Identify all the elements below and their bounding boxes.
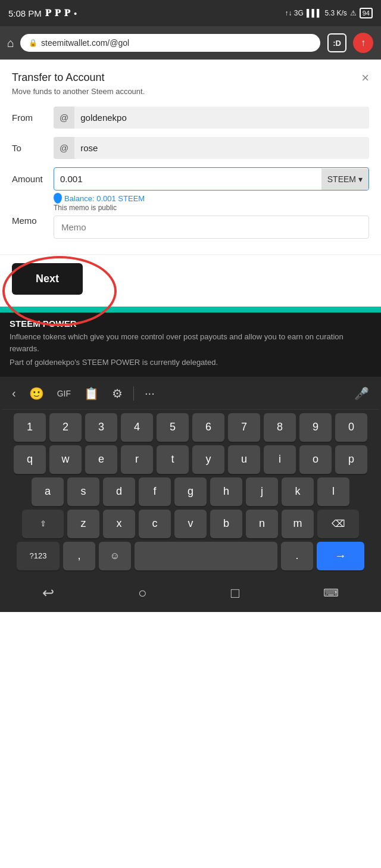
currency-label: STEEM	[327, 174, 356, 184]
key-g[interactable]: g	[174, 477, 207, 506]
key-b[interactable]: b	[210, 510, 242, 538]
recents-nav-button[interactable]: □	[219, 581, 252, 605]
from-input[interactable]	[74, 107, 369, 129]
from-input-wrapper: @	[54, 107, 369, 129]
carrier-icon-1: 𝐏	[45, 8, 51, 18]
key-t[interactable]: t	[157, 445, 189, 474]
mic-button[interactable]: 🎤	[349, 384, 374, 403]
back-nav-button[interactable]: ↩	[30, 581, 66, 605]
key-6[interactable]: 6	[192, 413, 224, 442]
modal-title: Transfer to Account	[12, 71, 104, 84]
key-8[interactable]: 8	[264, 413, 296, 442]
key-x[interactable]: x	[103, 510, 135, 538]
network-icon: ↑↓ 3G	[285, 9, 304, 17]
key-r[interactable]: r	[121, 445, 153, 474]
balance-text: Balance: 0.001 STEEM	[64, 194, 145, 203]
chevron-down-icon: ▾	[358, 174, 363, 184]
key-3[interactable]: 3	[85, 413, 117, 442]
next-button[interactable]: Next	[12, 263, 83, 295]
upload-icon: ↑	[353, 33, 373, 53]
key-k[interactable]: k	[282, 477, 314, 506]
gif-button[interactable]: GIF	[52, 386, 76, 401]
clipboard-button[interactable]: 📋	[79, 384, 104, 403]
home-button[interactable]: ⌂	[7, 36, 14, 50]
memo-field-wrap	[54, 216, 369, 239]
key-j[interactable]: j	[246, 477, 278, 506]
keyboard: ‹ 🙂 GIF 📋 ⚙ ··· 🎤 1 2 3 4 5 6 7 8 9 0 q …	[0, 377, 381, 576]
settings-button[interactable]: ⚙	[107, 384, 127, 403]
key-m[interactable]: m	[282, 510, 314, 538]
d-button[interactable]: :D	[326, 32, 348, 54]
shift-key[interactable]: ⇧	[22, 510, 64, 538]
key-5[interactable]: 5	[157, 413, 189, 442]
key-q[interactable]: q	[14, 445, 46, 474]
key-c[interactable]: c	[139, 510, 171, 538]
key-i[interactable]: i	[264, 445, 296, 474]
space-key[interactable]	[135, 542, 277, 570]
key-a[interactable]: a	[32, 477, 64, 506]
d-icon: :D	[327, 33, 346, 52]
signal-bars: ▌▌▌	[307, 9, 322, 17]
key-n[interactable]: n	[246, 510, 278, 538]
modal-content: Transfer to Account × Move funds to anot…	[0, 60, 381, 255]
dark-section-description: Influence tokens which give you more con…	[10, 331, 371, 354]
to-input[interactable]	[74, 137, 369, 159]
enter-key[interactable]: →	[317, 542, 364, 570]
time: 5:08 PM	[8, 8, 42, 18]
key-u[interactable]: u	[228, 445, 260, 474]
number-row: 1 2 3 4 5 6 7 8 9 0	[2, 413, 379, 442]
url-bar[interactable]: 🔒 steemitwallet.com/@gol	[20, 34, 320, 52]
browser-actions: :D ↑	[326, 32, 374, 54]
keyboard-toolbar: ‹ 🙂 GIF 📋 ⚙ ··· 🎤	[2, 382, 379, 410]
key-1[interactable]: 1	[14, 413, 46, 442]
key-d[interactable]: d	[103, 477, 135, 506]
comma-key[interactable]: ,	[63, 542, 95, 570]
balance-display: Balance: 0.001 STEEM	[54, 193, 369, 204]
amount-row: Amount STEEM ▾	[12, 167, 369, 191]
teal-bar	[0, 307, 381, 313]
emoji-key[interactable]: ☺	[99, 542, 131, 570]
key-o[interactable]: o	[299, 445, 332, 474]
key-2[interactable]: 2	[49, 413, 82, 442]
delete-key[interactable]: ⌫	[317, 510, 359, 538]
key-w[interactable]: w	[49, 445, 82, 474]
battery-level: 94	[360, 8, 373, 18]
key-e[interactable]: e	[85, 445, 117, 474]
key-p[interactable]: p	[335, 445, 367, 474]
key-4[interactable]: 4	[121, 413, 153, 442]
to-row: To @	[12, 137, 369, 159]
modal-subtitle: Move funds to another Steem account.	[12, 87, 369, 96]
more-button[interactable]: ···	[140, 384, 160, 402]
back-button[interactable]: ‹	[7, 384, 21, 402]
upload-button[interactable]: ↑	[352, 32, 374, 54]
period-key[interactable]: .	[281, 542, 313, 570]
from-at-icon: @	[54, 107, 74, 129]
key-7[interactable]: 7	[228, 413, 260, 442]
emoji-sticker-button[interactable]: 🙂	[24, 384, 49, 403]
key-l[interactable]: l	[317, 477, 349, 506]
key-z[interactable]: z	[67, 510, 99, 538]
bottom-row: ?123 , ☺ . →	[2, 542, 379, 570]
key-0[interactable]: 0	[335, 413, 367, 442]
home-nav-button[interactable]: ○	[126, 581, 159, 605]
key-v[interactable]: v	[174, 510, 207, 538]
symbol-key[interactable]: ?123	[17, 542, 60, 570]
key-h[interactable]: h	[210, 477, 242, 506]
key-9[interactable]: 9	[299, 413, 332, 442]
browser-bar: ⌂ 🔒 steemitwallet.com/@gol :D ↑	[0, 26, 381, 60]
memo-input[interactable]	[54, 216, 369, 239]
dark-section: STEEM POWER Influence tokens which give …	[0, 313, 381, 377]
close-button[interactable]: ×	[361, 71, 369, 85]
status-left: 5:08 PM 𝐏 𝐏 𝐏 •	[8, 8, 77, 18]
to-at-icon: @	[54, 137, 74, 159]
carrier-icon-3: 𝐏	[64, 8, 70, 18]
key-y[interactable]: y	[192, 445, 224, 474]
zxcv-row: ⇧ z x c v b n m ⌫	[2, 510, 379, 538]
key-s[interactable]: s	[67, 477, 99, 506]
drop-icon	[54, 193, 62, 204]
currency-select[interactable]: STEEM ▾	[321, 168, 368, 190]
lock-icon: 🔒	[29, 39, 38, 47]
amount-input[interactable]	[54, 168, 321, 190]
key-f[interactable]: f	[139, 477, 171, 506]
keyboard-nav-button[interactable]: ⌨	[311, 583, 351, 603]
